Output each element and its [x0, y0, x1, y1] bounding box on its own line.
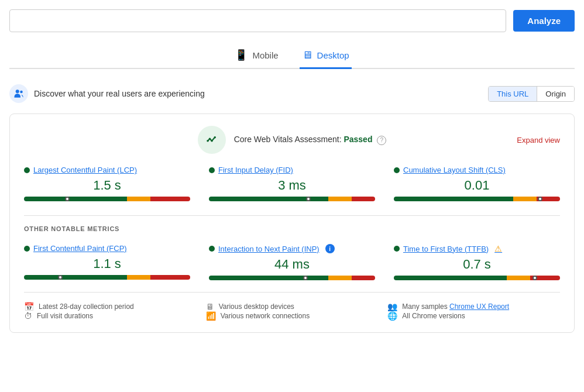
this-url-button[interactable]: This URL	[489, 87, 537, 101]
bar-segment	[24, 197, 127, 201]
footer-item-text: Full visit durations	[37, 312, 93, 320]
footer-item-text: All Chrome versions	[402, 312, 465, 320]
progress-bar-track	[24, 197, 190, 201]
progress-bar-track	[394, 197, 560, 201]
svg-point-5	[211, 140, 213, 142]
footer-item: 📶Various network connections	[206, 311, 379, 321]
users-icon	[9, 84, 28, 103]
progress-bar-track	[209, 276, 375, 280]
tab-mobile[interactable]: 📱 Mobile	[232, 44, 280, 69]
bar-segment	[394, 276, 507, 280]
footer-item: 👥Many samples Chrome UX Report	[387, 302, 560, 311]
progress-bar-wrap	[24, 275, 190, 280]
metric-info-icon[interactable]: i	[325, 244, 335, 253]
progress-bar-wrap	[24, 197, 190, 201]
footer-col: 👥Many samples Chrome UX Report🌐All Chrom…	[387, 302, 560, 321]
analyze-button[interactable]: Analyze	[513, 10, 575, 32]
other-metrics-grid: First Contentful Paint (FCP)1.1 sInterac…	[24, 244, 560, 280]
progress-bar-wrap	[394, 276, 560, 280]
metric-name[interactable]: Cumulative Layout Shift (CLS)	[394, 166, 560, 174]
progress-marker	[533, 276, 537, 280]
progress-bar-track	[209, 197, 375, 201]
device-tabs: 📱 Mobile 🖥 Desktop	[9, 44, 575, 69]
cwv-title: Core Web Vitals Assessment: Passed ?	[234, 135, 387, 145]
progress-marker	[303, 276, 308, 280]
metric-dot	[24, 167, 30, 173]
mobile-icon: 📱	[235, 49, 248, 61]
bar-segment	[127, 275, 150, 280]
section-divider	[24, 215, 560, 216]
progress-bar-wrap	[209, 197, 375, 201]
metric-dot	[209, 167, 215, 173]
metric-dot	[394, 246, 400, 252]
footer-item-text: Latest 28-day collection period	[39, 302, 134, 311]
svg-point-0	[16, 90, 19, 93]
desktop-icon: 🖥	[302, 49, 312, 61]
footer-col: 📅Latest 28-day collection period⏱Full vi…	[24, 302, 197, 321]
metric-value: 1.5 s	[24, 178, 190, 193]
metric-item: First Input Delay (FID)3 ms	[209, 166, 375, 201]
metric-name[interactable]: Largest Contentful Paint (LCP)	[24, 166, 190, 174]
discover-left: Discover what your real users are experi…	[9, 84, 205, 103]
metric-name[interactable]: Interaction to Next Paint (INP)i	[209, 244, 375, 253]
metric-item: Interaction to Next Paint (INP)i44 ms	[209, 244, 375, 280]
metric-warning-icon: ⚠	[494, 244, 502, 253]
metric-dot	[209, 246, 215, 252]
footer-item-icon: 🌐	[387, 311, 397, 321]
progress-marker	[58, 275, 63, 280]
metric-item: Largest Contentful Paint (LCP)1.5 s	[24, 166, 190, 201]
metric-value: 0.7 s	[394, 257, 560, 272]
bar-segment	[328, 276, 352, 280]
metric-name-text: First Contentful Paint (FCP)	[33, 244, 127, 253]
cwv-header: Core Web Vitals Assessment: Passed ? Exp…	[24, 126, 560, 154]
footer-item: ⏱Full visit durations	[24, 311, 197, 321]
main-card: Core Web Vitals Assessment: Passed ? Exp…	[9, 114, 575, 333]
footer-item: 🌐All Chrome versions	[387, 311, 560, 321]
footer-item-text: Various network connections	[221, 312, 310, 320]
cwv-info-icon[interactable]: ?	[377, 136, 386, 145]
discover-text: Discover what your real users are experi…	[34, 89, 205, 98]
metric-name[interactable]: First Contentful Paint (FCP)	[24, 244, 190, 253]
metric-item: Cumulative Layout Shift (CLS)0.01	[394, 166, 560, 201]
footer-col: 🖥Various desktop devices📶Various network…	[206, 302, 379, 321]
metric-item: Time to First Byte (TTFB)⚠0.7 s	[394, 244, 560, 280]
bar-segment	[328, 197, 352, 201]
url-origin-toggle: This URL Origin	[488, 86, 575, 102]
url-bar: https://wp-rocket.me/ Analyze	[9, 9, 575, 32]
metric-dot	[394, 167, 400, 173]
svg-point-3	[207, 140, 209, 142]
footer-item-text: Various desktop devices	[219, 302, 294, 311]
url-input[interactable]: https://wp-rocket.me/	[9, 9, 506, 32]
expand-view-link[interactable]: Expand view	[517, 136, 560, 145]
metric-dot	[24, 246, 30, 252]
metric-name-text: Interaction to Next Paint (INP)	[218, 245, 320, 253]
bar-segment	[127, 197, 150, 201]
other-metrics-label: OTHER NOTABLE METRICS	[24, 225, 560, 232]
metric-name[interactable]: Time to First Byte (TTFB)⚠	[394, 244, 560, 253]
tab-mobile-label: Mobile	[252, 50, 278, 60]
progress-bar-wrap	[394, 197, 560, 201]
metric-value: 44 ms	[209, 257, 375, 272]
progress-bar-track	[24, 275, 190, 280]
bar-segment	[352, 276, 375, 280]
footer-item-text: Many samples Chrome UX Report	[402, 302, 509, 311]
tab-desktop[interactable]: 🖥 Desktop	[300, 44, 352, 69]
footer-item-icon: 📶	[206, 311, 216, 321]
svg-point-4	[208, 138, 211, 140]
bar-segment	[209, 276, 328, 280]
metric-name-text: Cumulative Layout Shift (CLS)	[403, 166, 506, 174]
metric-value: 3 ms	[209, 178, 375, 193]
progress-bar-wrap	[209, 276, 375, 280]
metric-name-text: First Input Delay (FID)	[218, 166, 293, 174]
progress-marker	[538, 197, 542, 201]
metric-name-text: Largest Contentful Paint (LCP)	[33, 166, 137, 174]
footer-item-icon: 📅	[24, 302, 34, 311]
bar-segment	[394, 197, 513, 201]
svg-point-1	[20, 91, 23, 94]
bar-segment	[507, 276, 530, 280]
bar-segment	[150, 275, 190, 280]
footer-item-link[interactable]: Chrome UX Report	[449, 302, 509, 311]
metric-name[interactable]: First Input Delay (FID)	[209, 166, 375, 174]
bar-segment	[150, 197, 190, 201]
origin-button[interactable]: Origin	[537, 87, 574, 101]
